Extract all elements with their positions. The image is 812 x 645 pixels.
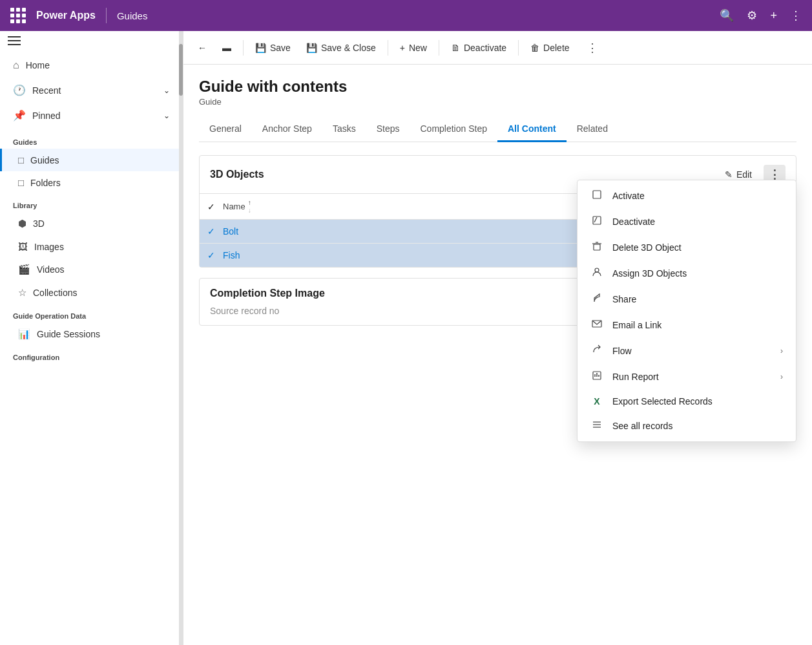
- header-separator: [106, 8, 107, 23]
- tab-tasks[interactable]: Tasks: [322, 117, 366, 142]
- row-checkbox-bolt[interactable]: ✓: [207, 226, 223, 237]
- export-icon: X: [590, 396, 603, 407]
- toolbar-more-button[interactable]: ⋮: [581, 37, 603, 59]
- menu-item-see-all-records[interactable]: See all records: [578, 413, 796, 439]
- top-header: Power Apps Guides 🔍 ⚙ + ⋮: [0, 0, 812, 31]
- menu-item-export[interactable]: X Export Selected Records: [578, 390, 796, 413]
- images-icon: 🖼: [18, 241, 28, 252]
- header-actions: 🔍 ⚙ + ⋮: [720, 8, 802, 23]
- sidebar-top-controls: [0, 31, 183, 50]
- deactivate-button[interactable]: 🗎 Deactivate: [444, 39, 513, 57]
- deactivate-menu-icon: [590, 215, 603, 228]
- toolbar-separator-1: [243, 40, 244, 56]
- tab-anchor-step[interactable]: Anchor Step: [252, 117, 322, 142]
- sub-content: 3D Objects ✎ Edit ⋮ ✓: [183, 142, 812, 642]
- sidebar-scrollbar[interactable]: [179, 31, 183, 645]
- name-column-header: Name ↑ ↓: [223, 199, 251, 214]
- delete-button[interactable]: 🗑 Delete: [524, 39, 576, 57]
- sidebar-item-images[interactable]: 🖼 Images: [0, 235, 183, 258]
- sidebar-item-guides[interactable]: □ Guides: [0, 149, 183, 171]
- home-icon: ⌂: [13, 59, 19, 71]
- sidebar-item-folders[interactable]: □ Folders: [0, 171, 183, 194]
- pinned-chevron: ⌄: [163, 111, 170, 120]
- share-icon: [590, 293, 603, 306]
- sidebar-section-library-header: Library: [0, 194, 183, 212]
- toolbar-separator-4: [518, 40, 519, 56]
- delete-icon: 🗑: [530, 43, 539, 53]
- row-link-fish[interactable]: Fish: [223, 250, 240, 260]
- hamburger-menu[interactable]: [8, 36, 21, 45]
- folders-icon: □: [18, 177, 24, 188]
- tab-steps[interactable]: Steps: [366, 117, 410, 142]
- menu-item-assign[interactable]: Assign 3D Objects: [578, 260, 796, 286]
- toolbar: ← ▬ 💾 Save 💾 Save & Close + New 🗎: [183, 31, 812, 65]
- svg-rect-3: [594, 244, 600, 250]
- app-name: Guides: [117, 10, 148, 21]
- tabs: General Anchor Step Tasks Steps Completi…: [199, 117, 796, 142]
- header-checkbox[interactable]: ✓: [207, 202, 223, 212]
- svg-rect-0: [593, 191, 601, 198]
- deactivate-icon: 🗎: [451, 43, 460, 53]
- menu-item-deactivate[interactable]: Deactivate: [578, 209, 796, 235]
- svg-line-2: [594, 217, 597, 222]
- sidebar-item-videos[interactable]: 🎬 Videos: [0, 258, 183, 281]
- delete-3d-icon: [590, 241, 603, 254]
- save-close-button[interactable]: 💾 Save & Close: [300, 39, 382, 57]
- context-menu: Activate Deactivate Delete 3D Object: [577, 180, 796, 442]
- tab-all-content[interactable]: All Content: [497, 117, 567, 142]
- row-link-bolt[interactable]: Bolt: [223, 226, 238, 237]
- source-record-text: Source record no: [210, 306, 279, 316]
- settings-icon[interactable]: ⚙: [747, 8, 757, 23]
- sort-icons[interactable]: ↑ ↓: [248, 199, 251, 214]
- page-content: Guide with contents Guide General Anchor…: [183, 65, 812, 142]
- sidebar-item-pinned[interactable]: 📌 Pinned ⌄: [0, 103, 183, 128]
- sessions-icon: 📊: [18, 328, 30, 340]
- collections-icon: ☆: [18, 287, 26, 299]
- edit-icon: ✎: [725, 169, 733, 180]
- toolbar-separator-2: [388, 40, 388, 56]
- run-report-arrow: ›: [780, 372, 783, 381]
- svg-point-6: [595, 268, 599, 272]
- record-icon-button[interactable]: ▬: [216, 39, 238, 57]
- activate-icon: [590, 189, 603, 202]
- sidebar-item-3d[interactable]: ⬢ 3D: [0, 212, 183, 235]
- brand-name: Power Apps: [36, 10, 96, 21]
- menu-item-flow[interactable]: Flow ›: [578, 338, 796, 364]
- main-layout: ⌂ Home 🕐 Recent ⌄ 📌 Pinned ⌄ Guides □ Gu…: [0, 31, 812, 645]
- tab-general[interactable]: General: [199, 117, 252, 142]
- sidebar-item-guide-sessions[interactable]: 📊 Guide Sessions: [0, 322, 183, 346]
- sidebar-section-operation-header: Guide Operation Data: [0, 304, 183, 322]
- row-checkbox-fish[interactable]: ✓: [207, 250, 223, 260]
- search-icon[interactable]: 🔍: [720, 8, 734, 23]
- save-button[interactable]: 💾 Save: [249, 39, 297, 57]
- more-options-icon[interactable]: ⋮: [790, 8, 802, 23]
- menu-item-run-report[interactable]: Run Report ›: [578, 364, 796, 390]
- new-icon: +: [400, 43, 405, 53]
- flow-icon: [590, 344, 603, 357]
- add-icon[interactable]: +: [770, 9, 777, 23]
- sidebar-item-home[interactable]: ⌂ Home: [0, 53, 183, 78]
- back-icon: ←: [198, 43, 207, 53]
- sidebar-nav: ⌂ Home 🕐 Recent ⌄ 📌 Pinned ⌄: [0, 50, 183, 131]
- sidebar-item-collections[interactable]: ☆ Collections: [0, 281, 183, 304]
- sidebar-section-guides-header: Guides: [0, 131, 183, 149]
- menu-item-activate[interactable]: Activate: [578, 183, 796, 209]
- new-button[interactable]: + New: [393, 39, 433, 57]
- videos-icon: 🎬: [18, 264, 30, 275]
- toolbar-separator-3: [439, 40, 439, 56]
- flow-arrow: ›: [780, 346, 783, 355]
- tab-completion-step[interactable]: Completion Step: [410, 117, 497, 142]
- menu-item-delete-3d[interactable]: Delete 3D Object: [578, 235, 796, 260]
- see-all-records-icon: [590, 419, 603, 432]
- save-icon: 💾: [255, 43, 266, 53]
- back-button[interactable]: ←: [191, 39, 213, 57]
- sidebar-item-recent[interactable]: 🕐 Recent ⌄: [0, 78, 183, 103]
- menu-item-share[interactable]: Share: [578, 286, 796, 312]
- assign-icon: [590, 267, 603, 280]
- run-report-icon: [590, 370, 603, 383]
- menu-item-email-link[interactable]: Email a Link: [578, 312, 796, 338]
- content-area: ← ▬ 💾 Save 💾 Save & Close + New 🗎: [183, 31, 812, 645]
- app-launcher-icon[interactable]: [10, 8, 26, 23]
- recent-icon: 🕐: [13, 84, 26, 96]
- tab-related[interactable]: Related: [567, 117, 618, 142]
